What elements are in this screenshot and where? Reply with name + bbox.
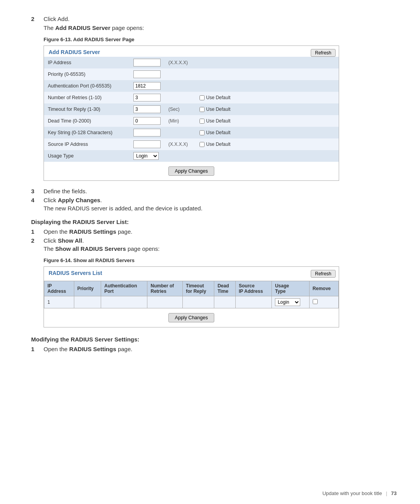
row-ip: 1 xyxy=(44,296,74,308)
use-default-dead-time-label: Use Default xyxy=(206,118,231,124)
use-default-dead-time-checkbox[interactable] xyxy=(200,119,205,124)
col-header-priority: Priority xyxy=(74,281,101,296)
field-input-auth-port[interactable] xyxy=(130,80,164,92)
field-select-usage-type[interactable]: Login 802.1X All xyxy=(130,150,339,162)
apply-changes-button-1[interactable]: Apply Changes xyxy=(168,166,215,176)
col-header-ip: IPAddress xyxy=(44,281,74,296)
use-default-retries-label: Use Default xyxy=(206,95,231,100)
disp-step-2: 2 Click Show All. xyxy=(31,237,397,244)
field-label-dead-time: Dead Time (0-2000) xyxy=(44,115,130,127)
form-row-key-string: Key String (0-128 Characters) Use Defaul… xyxy=(44,127,339,138)
field-use-default-key-string[interactable]: Use Default xyxy=(196,127,339,138)
disp-step-2-text: Click Show All. xyxy=(44,237,84,244)
field-label-source-ip: Source IP Address xyxy=(44,138,130,150)
col-header-dead-time: DeadTime xyxy=(214,281,236,296)
apply-changes-button-2[interactable]: Apply Changes xyxy=(168,313,215,322)
use-default-key-string-checkbox[interactable] xyxy=(200,130,205,135)
form-fields-table: IP Address (X.X.X.X) Priority (0-65535) … xyxy=(44,57,339,162)
field-hint-retries xyxy=(164,92,196,103)
mod-step-1-prefix: Open the xyxy=(44,346,69,352)
radius-list-title: RADIUS Servers List xyxy=(44,267,339,278)
field-use-default-retries[interactable]: Use Default xyxy=(196,92,339,103)
disp-step-2-indent-bold: Show all RADIUS Servers xyxy=(55,245,126,252)
disp-step-2-indent-rest: page opens: xyxy=(126,245,160,252)
footer-text: Update with your book title xyxy=(322,490,382,496)
row-auth-port xyxy=(101,296,147,308)
field-hint-dead-time: (Min) xyxy=(164,115,196,127)
field-extra-ip xyxy=(196,57,339,68)
mod-step-1: 1 Open the RADIUS Settings page. xyxy=(31,346,397,352)
mod-step-1-bold: RADIUS Settings xyxy=(69,346,116,352)
field-use-default-dead-time[interactable]: Use Default xyxy=(196,115,339,127)
col-header-timeout: Timeoutfor Reply xyxy=(183,281,214,296)
form-row-source-ip: Source IP Address (X.X.X.X) Use Default xyxy=(44,138,339,150)
disp-step-1: 1 Open the RADIUS Settings page. xyxy=(31,228,397,235)
form-row-priority: Priority (0-65535) xyxy=(44,68,339,80)
figure-14-title: Figure 6-14. Show all RADIUS Servers xyxy=(44,257,397,263)
step-4-rest: . xyxy=(100,197,102,203)
col-header-retries: Number ofRetries xyxy=(147,281,183,296)
step-2: 2 Click Add. xyxy=(31,16,397,22)
form-row-dead-time: Dead Time (0-2000) (Min) Use Default xyxy=(44,115,339,127)
field-input-dead-time[interactable] xyxy=(130,115,164,127)
row-remove[interactable] xyxy=(309,296,338,308)
row-usage-type-select[interactable]: Login 802.1X All xyxy=(275,298,300,306)
step-2-text: Click Add. xyxy=(44,16,70,22)
radius-servers-list-form: RADIUS Servers List Refresh IPAddress Pr… xyxy=(44,266,339,327)
col-header-auth-port: AuthenticationPort xyxy=(101,281,147,296)
disp-step-2-indent: The Show all RADIUS Servers page opens: xyxy=(44,245,397,252)
use-default-source-ip-checkbox[interactable] xyxy=(200,142,205,147)
use-default-key-string-label: Use Default xyxy=(206,130,231,135)
row-priority xyxy=(74,296,101,308)
row-dead-time xyxy=(214,296,236,308)
table-header-row: IPAddress Priority AuthenticationPort Nu… xyxy=(44,281,339,296)
form-row-ip-address: IP Address (X.X.X.X) xyxy=(44,57,339,68)
disp-step-1-rest: page. xyxy=(116,228,133,235)
footer-divider: | xyxy=(386,490,387,496)
step-2-indent: The Add RADIUS Server page opens: xyxy=(44,24,397,31)
field-use-default-source-ip[interactable]: Use Default xyxy=(196,138,339,150)
footer-page: 73 xyxy=(391,490,397,496)
apply-changes-wrap-1: Apply Changes xyxy=(44,162,339,180)
disp-step-1-text: Open the RADIUS Settings page. xyxy=(44,228,132,235)
apply-changes-wrap-2: Apply Changes xyxy=(44,308,339,327)
field-label-ip: IP Address xyxy=(44,57,130,68)
step-4: 4 Click Apply Changes. xyxy=(31,197,397,203)
row-source-ip xyxy=(236,296,272,308)
field-use-default-timeout[interactable]: Use Default xyxy=(196,103,339,115)
step-4-indent: The new RADIUS server is added, and the … xyxy=(44,205,397,212)
table-row: 1 Login 802.1X All xyxy=(44,296,339,308)
row-usage-type[interactable]: Login 802.1X All xyxy=(272,296,310,308)
use-default-timeout-label: Use Default xyxy=(206,107,231,112)
mod-step-1-number: 1 xyxy=(31,346,42,352)
mod-step-1-rest: page. xyxy=(116,346,133,352)
refresh-button[interactable]: Refresh xyxy=(311,49,336,57)
step-2-indent-bold: Add RADIUS Server xyxy=(55,24,110,31)
step-2-indent-rest: page opens: xyxy=(110,24,144,31)
figure-13-title: Figure 6-13. Add RADIUS Server Page xyxy=(44,37,397,42)
field-input-source-ip[interactable] xyxy=(130,138,164,150)
refresh-button-2[interactable]: Refresh xyxy=(311,270,336,278)
field-input-priority[interactable] xyxy=(130,68,164,80)
step-3-text: Define the fields. xyxy=(44,188,87,194)
use-default-source-ip-label: Use Default xyxy=(206,142,231,147)
use-default-retries-checkbox[interactable] xyxy=(200,95,205,100)
field-label-usage-type: Usage Type xyxy=(44,150,130,162)
step-3-number: 3 xyxy=(31,188,42,194)
use-default-timeout-checkbox[interactable] xyxy=(200,107,205,112)
field-input-key-string[interactable] xyxy=(130,127,164,138)
field-label-priority: Priority (0-65535) xyxy=(44,68,130,80)
row-retries xyxy=(147,296,183,308)
usage-type-select[interactable]: Login 802.1X All xyxy=(133,152,159,160)
field-input-retries[interactable] xyxy=(130,92,164,103)
disp-step-2-prefix: Click xyxy=(44,237,58,244)
section-modifying: Modifying the RADIUS Server Settings: xyxy=(31,336,397,343)
form-row-usage-type: Usage Type Login 802.1X All xyxy=(44,150,339,162)
row-remove-checkbox[interactable] xyxy=(313,299,318,304)
field-input-ip[interactable] xyxy=(130,57,164,68)
disp-step-2-number: 2 xyxy=(31,237,42,244)
field-hint-auth-port xyxy=(164,80,196,92)
mod-step-1-text: Open the RADIUS Settings page. xyxy=(44,346,132,352)
step-4-bold: Apply Changes xyxy=(58,197,100,203)
field-input-timeout[interactable] xyxy=(130,103,164,115)
